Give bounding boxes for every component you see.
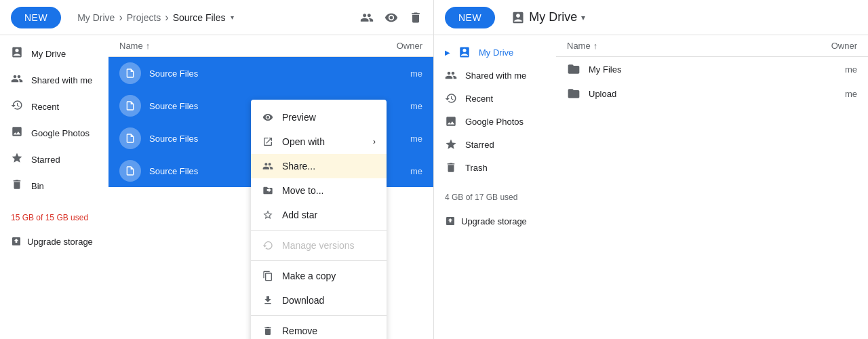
- table-row[interactable]: Upload me: [556, 81, 868, 106]
- starred-icon: [11, 152, 23, 167]
- sort-icon: ↑: [146, 41, 151, 51]
- add-star-menu-icon: [262, 210, 274, 220]
- folder-icon: [567, 87, 580, 100]
- right-drive-title-text: My Drive: [529, 10, 577, 24]
- remove-menu-icon: [262, 325, 274, 336]
- storage-usage: 15 GB of 15 GB used: [0, 205, 108, 231]
- right-panel: NEW My Drive ▾ ▶ My Drive Shared with me…: [434, 0, 868, 339]
- download-menu-icon: [262, 295, 274, 306]
- sidebar-item-my-drive[interactable]: My Drive: [0, 41, 108, 67]
- photos-right-icon: [445, 115, 457, 127]
- manage-versions-icon: [262, 240, 274, 251]
- owner-column-header: Owner: [368, 41, 422, 51]
- add-star-label: Add star: [282, 210, 317, 220]
- name-column-header[interactable]: Name ↑: [119, 41, 368, 51]
- file-list-header: Name ↑ Owner: [108, 35, 433, 57]
- right-sort-icon: ↑: [593, 41, 598, 51]
- file-icon: [119, 160, 141, 182]
- open-with-menu-icon: [262, 136, 274, 147]
- breadcrumb-dropdown-arrow[interactable]: ▾: [231, 14, 234, 21]
- upgrade-icon-right: [445, 216, 456, 226]
- make-copy-label: Make a copy: [282, 271, 336, 281]
- table-row[interactable]: Source Files me: [108, 57, 433, 89]
- preview-menu-icon: [262, 112, 274, 123]
- file-icon: [119, 62, 141, 84]
- breadcrumb-sourcefiles[interactable]: Source Files: [173, 12, 226, 23]
- drive-dropdown-arrow: ▾: [581, 13, 585, 22]
- right-storage-usage: 4 GB of 17 GB used: [434, 184, 556, 210]
- sidebar-item-trash-right[interactable]: Trash: [434, 156, 556, 179]
- sidebar-item-bin[interactable]: Bin: [0, 173, 108, 199]
- sidebar-item-recent[interactable]: Recent: [0, 94, 108, 120]
- my-drive-icon: [11, 46, 23, 62]
- upgrade-storage-label: Upgrade storage: [27, 237, 93, 247]
- sidebar-item-recent-right[interactable]: Recent: [434, 87, 556, 110]
- sidebar-photos-label: Google Photos: [31, 128, 90, 138]
- menu-divider-2: [251, 260, 387, 261]
- menu-divider-1: [251, 230, 387, 231]
- left-panel: NEW My Drive › Projects › Source Files ▾…: [0, 0, 434, 339]
- breadcrumb-chevron1: ›: [119, 12, 122, 24]
- new-button-right[interactable]: NEW: [445, 7, 495, 28]
- header-icons: [360, 11, 422, 24]
- move-to-label: Move to...: [282, 185, 323, 196]
- make-copy-icon: [262, 271, 274, 281]
- move-to-menu-icon: [262, 185, 274, 196]
- my-drive-expand-icon: ▶: [445, 49, 450, 56]
- right-owner-column-header: Owner: [803, 41, 857, 51]
- context-menu-remove[interactable]: Remove: [251, 319, 387, 339]
- sidebar-item-shared[interactable]: Shared with me: [0, 67, 108, 94]
- right-content: ▶ My Drive Shared with me Recent Google …: [434, 35, 868, 339]
- sidebar-starred-label: Starred: [31, 155, 60, 165]
- file-owner: me: [368, 68, 422, 79]
- share-menu-icon: [262, 161, 274, 172]
- context-menu-add-star[interactable]: Add star: [251, 203, 387, 227]
- left-sidebar: My Drive Shared with me Recent Google Ph…: [0, 35, 108, 339]
- sidebar-item-photos-right[interactable]: Google Photos: [434, 110, 556, 133]
- right-drive-title[interactable]: My Drive ▾: [511, 10, 585, 24]
- right-name-column-header[interactable]: Name ↑: [567, 41, 803, 51]
- sidebar-item-my-drive-right[interactable]: ▶ My Drive: [434, 41, 556, 64]
- breadcrumb-projects[interactable]: Projects: [127, 12, 161, 23]
- context-menu-preview[interactable]: Preview: [251, 105, 387, 129]
- trash-right-icon: [445, 161, 457, 174]
- right-file-area: Name ↑ Owner My Files me Upload me: [556, 35, 868, 339]
- right-file-name: Upload: [589, 89, 803, 99]
- my-drive-right-icon: [458, 46, 471, 58]
- breadcrumb-mydrive[interactable]: My Drive: [77, 12, 115, 23]
- drive-icon: [511, 11, 525, 24]
- context-menu-manage-versions: Manage versions: [251, 233, 387, 258]
- right-my-drive-label: My Drive: [479, 47, 513, 58]
- context-menu-move-to[interactable]: Move to...: [251, 178, 387, 203]
- sidebar-recent-label: Recent: [31, 102, 59, 112]
- right-shared-label: Shared with me: [465, 71, 526, 81]
- file-icon: [119, 127, 141, 149]
- new-button-left[interactable]: NEW: [11, 7, 61, 28]
- right-upgrade-button[interactable]: Upgrade storage: [434, 210, 556, 232]
- share-label: Share...: [282, 161, 315, 172]
- right-starred-label: Starred: [465, 140, 494, 150]
- open-with-label: Open with: [282, 136, 325, 147]
- manage-access-icon[interactable]: [360, 11, 374, 24]
- right-name-label: Name: [567, 41, 591, 51]
- table-row[interactable]: My Files me: [556, 57, 868, 81]
- bin-icon: [11, 178, 23, 194]
- context-menu-open-with[interactable]: Open with ›: [251, 129, 387, 154]
- preview-icon[interactable]: [384, 11, 398, 24]
- sidebar-item-starred-right[interactable]: Starred: [434, 133, 556, 156]
- sidebar-my-drive-label: My Drive: [31, 49, 66, 59]
- sidebar-item-shared-right[interactable]: Shared with me: [434, 64, 556, 87]
- context-menu-download[interactable]: Download: [251, 288, 387, 313]
- sidebar-item-starred[interactable]: Starred: [0, 146, 108, 173]
- breadcrumb: My Drive › Projects › Source Files ▾: [77, 12, 234, 24]
- delete-icon[interactable]: [409, 11, 422, 24]
- context-menu-make-copy[interactable]: Make a copy: [251, 264, 387, 288]
- menu-divider-3: [251, 315, 387, 316]
- recent-right-icon: [445, 92, 457, 104]
- right-file-name: My Files: [589, 64, 803, 75]
- upgrade-storage-button[interactable]: Upgrade storage: [0, 231, 108, 252]
- right-upgrade-label: Upgrade storage: [461, 216, 527, 226]
- sidebar-item-google-photos[interactable]: Google Photos: [0, 120, 108, 146]
- preview-label: Preview: [282, 112, 316, 123]
- context-menu-share[interactable]: Share...: [251, 154, 387, 178]
